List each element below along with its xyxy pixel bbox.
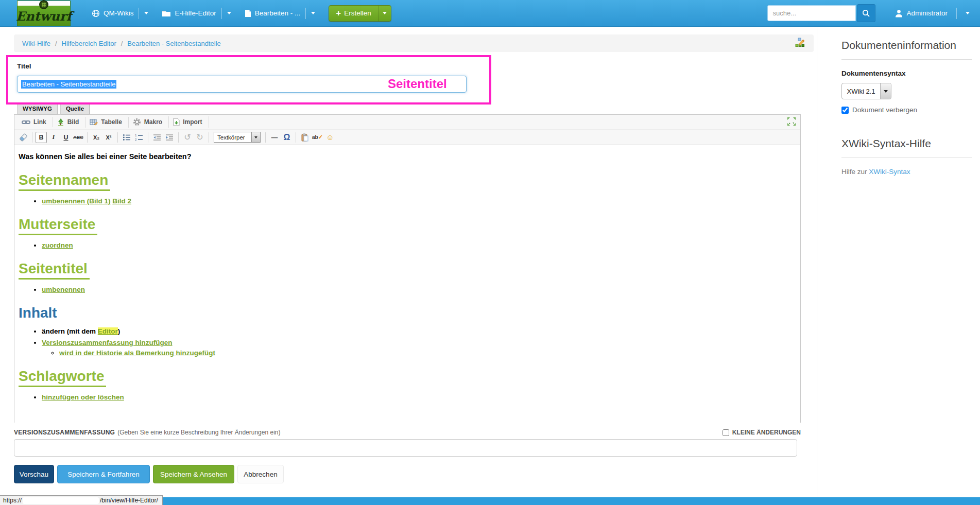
doc-syntax-dropdown[interactable] bbox=[880, 83, 891, 99]
create-dropdown-toggle[interactable] bbox=[378, 6, 391, 21]
superscript-button[interactable]: X² bbox=[103, 132, 114, 143]
content-link[interactable]: Editor bbox=[98, 327, 118, 335]
search-input[interactable] bbox=[767, 5, 856, 21]
content-bullet-list: hinzufügen oder löschen bbox=[42, 393, 795, 401]
toolbar-separator bbox=[32, 132, 32, 143]
save-and-view-button[interactable]: Speichern & Ansehen bbox=[153, 465, 234, 483]
horizontal-rule-button[interactable]: — bbox=[269, 132, 280, 143]
hide-document-toggle[interactable]: Dokument verbergen bbox=[841, 106, 970, 114]
version-summary-row: VERSIONSZUSAMMENFASSUNG (Geben Sie eine … bbox=[14, 429, 801, 436]
chevron-down-icon[interactable] bbox=[966, 12, 970, 14]
content-list-item: zuordnen bbox=[42, 241, 795, 249]
nav-item-wiki[interactable]: QM-Wikis bbox=[92, 9, 133, 18]
paragraph-format-value: Textkörper bbox=[214, 132, 251, 142]
image-menu-button[interactable]: Bild bbox=[53, 117, 86, 128]
breadcrumb-separator: / bbox=[55, 40, 57, 47]
import-menu-button[interactable]: Import bbox=[169, 116, 209, 128]
content-link[interactable]: wird in der Historie als Bemerkung hinzu… bbox=[59, 349, 215, 357]
bottom-blue-strip bbox=[163, 497, 980, 505]
menu-button-label: Makro bbox=[144, 118, 162, 126]
breadcrumb-item[interactable]: Hilfebereich Editor bbox=[62, 40, 116, 47]
content-link[interactable]: hinzufügen oder löschen bbox=[42, 393, 124, 401]
content-link[interactable]: Bild 2 bbox=[112, 197, 131, 205]
toolbar-separator bbox=[148, 132, 148, 143]
content-link[interactable]: Versionszusammenfassung hinzufügen bbox=[42, 339, 173, 346]
editor-content-area[interactable]: Was können Sie alles bei einer Seite bea… bbox=[14, 145, 800, 423]
bullet-list-button[interactable] bbox=[121, 132, 132, 143]
content-link[interactable]: umbenennen bbox=[42, 286, 85, 293]
content-text: ) bbox=[118, 327, 121, 335]
strikethrough-button[interactable]: ABC bbox=[73, 132, 84, 143]
minor-change-toggle[interactable]: KLEINE ÄNDERUNGEN bbox=[723, 429, 801, 436]
hide-document-label: Dokument verbergen bbox=[852, 106, 917, 114]
maximize-icon[interactable] bbox=[787, 117, 796, 128]
chevron-down-icon[interactable] bbox=[311, 12, 315, 14]
breadcrumb-item[interactable]: Bearbeiten - Seitenbestandteile bbox=[127, 40, 220, 47]
content-bullet-list: zuordnen bbox=[42, 241, 795, 249]
syntax-help-link[interactable]: XWiki-Syntax bbox=[869, 168, 910, 176]
numbered-list-button[interactable]: 12 bbox=[133, 132, 145, 143]
create-button[interactable]: + Erstellen bbox=[329, 5, 391, 22]
check-icon: ✓ bbox=[318, 134, 323, 141]
chevron-down-icon[interactable] bbox=[144, 12, 148, 14]
doc-syntax-select[interactable]: XWiki 2.1 bbox=[841, 83, 891, 99]
title-field-label: Titel bbox=[17, 62, 31, 70]
edit-hierarchy-icon[interactable] bbox=[794, 37, 805, 50]
paragraph-format-dropdown[interactable] bbox=[251, 132, 260, 142]
table-menu-button[interactable]: Tabelle bbox=[85, 117, 128, 128]
link-menu-button[interactable]: Link bbox=[18, 117, 53, 127]
content-heading: Schlagworte bbox=[19, 368, 106, 387]
breadcrumb-item[interactable]: Wiki-Hilfe bbox=[22, 40, 50, 47]
content-text: ändern (mit dem bbox=[42, 327, 98, 335]
menu-button-label: Bild bbox=[67, 118, 79, 126]
nav-item-space[interactable]: E-Hilfe-Editor bbox=[162, 9, 216, 17]
outdent-button[interactable] bbox=[151, 132, 163, 143]
indent-button[interactable] bbox=[164, 132, 175, 143]
search-button[interactable] bbox=[857, 4, 875, 22]
content-link[interactable]: umbenennen (Bild 1) bbox=[42, 197, 111, 205]
nav-item-label: E-Hilfe-Editor bbox=[175, 9, 216, 17]
content-link[interactable]: zuordnen bbox=[42, 241, 73, 249]
redo-button[interactable]: ↻ bbox=[194, 132, 205, 143]
underline-button[interactable]: U bbox=[60, 132, 72, 143]
table-icon bbox=[90, 118, 98, 126]
content-list-item: umbenennen (Bild 1) Bild 2 bbox=[42, 197, 795, 205]
menu-button-label: Link bbox=[33, 118, 46, 126]
doc-info-title: Dokumenteninformation bbox=[841, 39, 970, 51]
user-icon bbox=[895, 9, 903, 18]
image-icon bbox=[57, 118, 64, 126]
version-summary-input[interactable] bbox=[14, 439, 797, 457]
nav-item-page[interactable]: Bearbeiten - ... bbox=[245, 9, 301, 18]
macro-menu-button[interactable]: Makro bbox=[129, 116, 169, 128]
cancel-button[interactable]: Abbrechen bbox=[237, 465, 284, 483]
annotation-text: Seitentitel bbox=[388, 77, 455, 91]
italic-button[interactable]: I bbox=[48, 132, 59, 143]
tab-wysiwyg[interactable]: WYSIWYG bbox=[17, 103, 58, 114]
smiley-button[interactable]: ☺ bbox=[324, 132, 336, 143]
paste-button[interactable] bbox=[299, 132, 311, 143]
bold-button[interactable]: B bbox=[36, 132, 47, 143]
wysiwyg-editor: Link Bild Tabelle Makro Import B I U ABC… bbox=[14, 114, 801, 423]
hide-document-checkbox[interactable] bbox=[841, 107, 849, 114]
status-url-prefix: https:// bbox=[3, 497, 22, 504]
preview-button[interactable]: Vorschau bbox=[14, 465, 54, 483]
chevron-down-icon[interactable] bbox=[227, 12, 231, 14]
content-intro: Was können Sie alles bei einer Seite bea… bbox=[19, 152, 795, 161]
special-char-button[interactable]: Ω bbox=[281, 132, 293, 143]
doc-syntax-value: XWiki 2.1 bbox=[842, 83, 880, 99]
chevron-down-icon bbox=[884, 90, 888, 93]
undo-button[interactable]: ↺ bbox=[182, 132, 193, 143]
subscript-button[interactable]: X₂ bbox=[91, 132, 102, 143]
minor-change-checkbox[interactable] bbox=[723, 429, 729, 436]
tab-quelle[interactable]: Quelle bbox=[60, 103, 90, 114]
save-and-continue-button[interactable]: Speichern & Fortfahren bbox=[57, 465, 150, 483]
remove-format-button[interactable] bbox=[18, 132, 29, 143]
nav-item-label: QM-Wikis bbox=[104, 9, 133, 17]
user-menu[interactable]: Administrator bbox=[895, 8, 970, 19]
nav-divider bbox=[139, 8, 139, 19]
eraser-icon bbox=[19, 133, 27, 141]
paragraph-format-select[interactable]: Textkörper bbox=[214, 132, 261, 143]
spellcheck-button[interactable]: ab✓ bbox=[312, 132, 323, 143]
chevron-down-icon bbox=[383, 12, 387, 14]
wiki-logo[interactable]: Entwurf bbox=[17, 1, 71, 26]
